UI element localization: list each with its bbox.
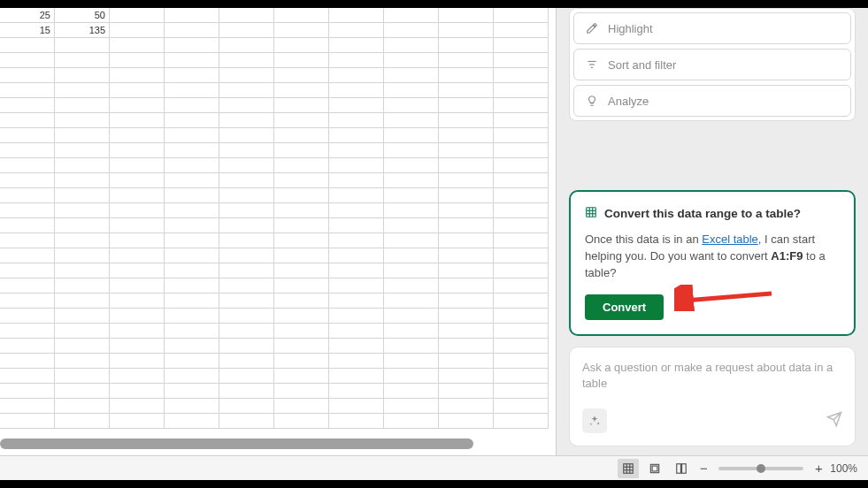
cell[interactable] xyxy=(165,83,219,98)
cell[interactable] xyxy=(384,83,439,98)
cell[interactable] xyxy=(55,203,110,218)
cell[interactable] xyxy=(329,399,384,414)
cell[interactable] xyxy=(384,113,439,128)
cell[interactable] xyxy=(329,68,384,83)
cell[interactable] xyxy=(55,158,110,173)
cell[interactable] xyxy=(384,188,439,203)
cell[interactable] xyxy=(219,399,274,414)
cell[interactable] xyxy=(165,188,219,203)
cell[interactable] xyxy=(165,294,219,309)
cell[interactable] xyxy=(219,98,274,113)
cell[interactable] xyxy=(0,263,55,278)
cell[interactable] xyxy=(110,354,165,369)
cell[interactable] xyxy=(494,369,549,384)
cell[interactable] xyxy=(165,263,219,278)
cell[interactable] xyxy=(439,203,494,218)
cell[interactable] xyxy=(494,113,549,128)
cell[interactable] xyxy=(165,38,219,53)
cell[interactable] xyxy=(274,23,329,38)
cell[interactable] xyxy=(55,354,110,369)
cell[interactable] xyxy=(110,324,165,339)
cell[interactable] xyxy=(0,83,55,98)
cell[interactable] xyxy=(439,188,494,203)
cell[interactable] xyxy=(384,414,439,429)
cell[interactable] xyxy=(0,158,55,173)
cell[interactable] xyxy=(0,339,55,354)
cell[interactable] xyxy=(165,354,219,369)
zoom-slider[interactable] xyxy=(718,467,803,470)
cell[interactable] xyxy=(165,23,219,38)
cell[interactable] xyxy=(110,8,165,23)
cell[interactable] xyxy=(110,83,165,98)
cell[interactable] xyxy=(274,384,329,399)
cell[interactable] xyxy=(274,203,329,218)
excel-table-link[interactable]: Excel table xyxy=(702,233,758,246)
cell[interactable] xyxy=(219,414,274,429)
cell[interactable] xyxy=(55,248,110,263)
cell[interactable] xyxy=(494,278,549,294)
cell[interactable] xyxy=(110,23,165,38)
cell[interactable] xyxy=(219,263,274,278)
cell[interactable] xyxy=(384,8,439,23)
cell[interactable] xyxy=(0,414,55,429)
cell[interactable] xyxy=(439,128,494,143)
cell[interactable] xyxy=(329,143,384,158)
cell[interactable] xyxy=(329,324,384,339)
cell[interactable] xyxy=(439,83,494,98)
cell[interactable] xyxy=(274,324,329,339)
cell[interactable] xyxy=(0,384,55,399)
send-button[interactable] xyxy=(826,411,842,431)
cell[interactable] xyxy=(384,399,439,414)
cell[interactable] xyxy=(165,218,219,233)
cell[interactable] xyxy=(274,309,329,324)
cell[interactable] xyxy=(274,173,329,188)
cell[interactable] xyxy=(439,158,494,173)
cell[interactable] xyxy=(165,248,219,263)
cell[interactable] xyxy=(494,354,549,369)
cell[interactable] xyxy=(110,263,165,278)
cell[interactable] xyxy=(110,128,165,143)
cell[interactable] xyxy=(274,98,329,113)
cell[interactable] xyxy=(165,158,219,173)
cell[interactable]: 15 xyxy=(0,23,55,38)
cell[interactable] xyxy=(219,294,274,309)
cell[interactable] xyxy=(439,218,494,233)
cell[interactable] xyxy=(110,414,165,429)
cell[interactable] xyxy=(384,98,439,113)
cell[interactable] xyxy=(439,324,494,339)
cell[interactable] xyxy=(110,399,165,414)
cell[interactable] xyxy=(329,414,384,429)
cell[interactable] xyxy=(110,309,165,324)
cell[interactable] xyxy=(219,158,274,173)
cell[interactable] xyxy=(55,128,110,143)
cell[interactable] xyxy=(384,203,439,218)
convert-button[interactable]: Convert xyxy=(585,294,664,320)
highlight-button[interactable]: Highlight xyxy=(573,12,851,44)
cell[interactable] xyxy=(0,68,55,83)
cell[interactable] xyxy=(439,369,494,384)
cell[interactable] xyxy=(384,278,439,294)
cell[interactable] xyxy=(55,309,110,324)
cell[interactable] xyxy=(274,233,329,248)
cell[interactable] xyxy=(494,414,549,429)
cell[interactable] xyxy=(110,188,165,203)
cell[interactable] xyxy=(439,339,494,354)
cell[interactable] xyxy=(55,263,110,278)
cell[interactable] xyxy=(110,233,165,248)
cell[interactable] xyxy=(0,294,55,309)
cell[interactable] xyxy=(439,233,494,248)
cell[interactable] xyxy=(274,38,329,53)
cell[interactable] xyxy=(329,369,384,384)
cell[interactable] xyxy=(0,278,55,294)
cell[interactable] xyxy=(329,218,384,233)
cell[interactable] xyxy=(494,309,549,324)
cell[interactable] xyxy=(0,369,55,384)
cell[interactable] xyxy=(274,339,329,354)
cell[interactable] xyxy=(55,233,110,248)
page-break-view-button[interactable] xyxy=(671,459,692,478)
cell[interactable] xyxy=(439,38,494,53)
cell[interactable] xyxy=(55,143,110,158)
cell[interactable] xyxy=(165,203,219,218)
zoom-out-button[interactable]: − xyxy=(697,461,710,476)
cell[interactable] xyxy=(0,38,55,53)
